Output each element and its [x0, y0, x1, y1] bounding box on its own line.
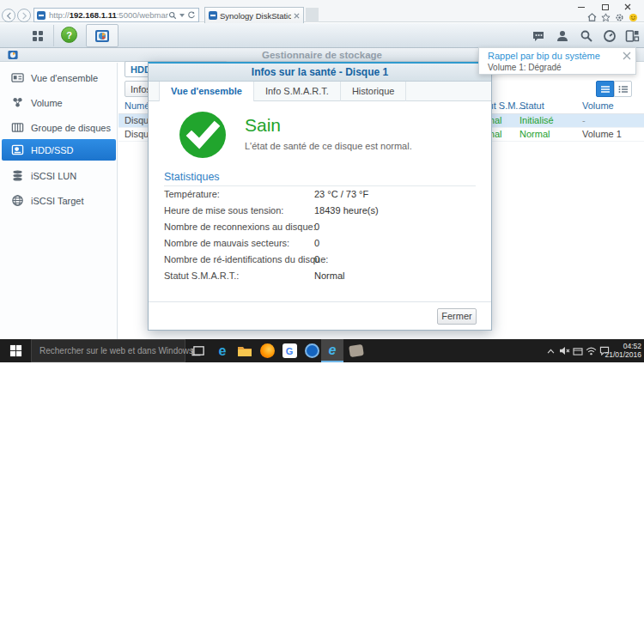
- main-menu-button[interactable]: [21, 25, 54, 46]
- browser-tab[interactable]: Synology DiskStation - Disk...: [204, 7, 304, 23]
- col-volume[interactable]: Volume: [582, 100, 614, 111]
- system-beep-notification[interactable]: Rappel par bip du système Volume 1: Dégr…: [478, 47, 636, 75]
- tray-volume-button[interactable]: [558, 345, 570, 356]
- tab-overview[interactable]: Vue d'ensemble: [159, 82, 254, 101]
- notification-title: Rappel par bip du système: [488, 51, 600, 61]
- internet-explorer-icon: e: [329, 343, 337, 357]
- firefox-icon: [260, 343, 275, 358]
- statistics-heading: Statistiques: [164, 171, 220, 183]
- stat-value: 0: [314, 238, 319, 248]
- widgets-button[interactable]: [624, 28, 640, 44]
- synology-favicon: [37, 11, 46, 20]
- screen: http://192.168.1.11:5000/webman/index.cg…: [0, 0, 644, 644]
- favorites-button[interactable]: [599, 12, 611, 22]
- health-status: Sain: [245, 115, 281, 136]
- stat-value: 23 °C / 73 °F: [314, 189, 368, 199]
- close-icon: [624, 3, 631, 10]
- notification-close-icon[interactable]: [623, 52, 631, 60]
- window-close-button[interactable]: [620, 2, 635, 12]
- disk-group-icon: [10, 121, 24, 135]
- taskbar-ie-button-active[interactable]: e: [321, 339, 343, 362]
- star-icon: [601, 13, 611, 22]
- home-button[interactable]: [586, 12, 598, 22]
- search-icon: [580, 29, 593, 43]
- tab-favicon: [209, 11, 217, 20]
- taskbar-edge-button[interactable]: e: [211, 339, 234, 362]
- sidebar-item-hdd-ssd[interactable]: HDD/SSD: [2, 139, 116, 161]
- person-icon: [556, 29, 569, 43]
- help-button[interactable]: ?: [61, 27, 77, 43]
- taskbar-explorer-button[interactable]: [234, 339, 256, 362]
- stat-label: Heure de mise sous tension:: [164, 205, 283, 216]
- chevron-up-icon: [547, 349, 555, 354]
- url-text: http://192.168.1.11:5000/webman/index.cg…: [49, 10, 168, 20]
- taskbar-app-gray-button[interactable]: [345, 339, 368, 362]
- window-maximize-button[interactable]: [598, 2, 613, 12]
- stat-value: 0: [314, 254, 319, 264]
- user-menu-button[interactable]: [555, 28, 570, 44]
- sidebar: Vue d'ensemble Volume Groupe de disques …: [0, 63, 118, 339]
- settings-button[interactable]: [613, 12, 625, 22]
- refresh-icon[interactable]: [187, 11, 196, 20]
- taskbar-chrome-button[interactable]: G: [278, 339, 301, 362]
- detail-view-toggle[interactable]: [614, 81, 632, 97]
- search-icon[interactable]: [168, 11, 177, 20]
- dialog-title[interactable]: Infos sur la santé - Disque 1: [149, 64, 491, 82]
- task-view-button[interactable]: [187, 339, 210, 362]
- address-bar[interactable]: http://192.168.1.11:5000/webman/index.cg…: [33, 8, 199, 22]
- tab-close-icon[interactable]: [294, 13, 300, 19]
- clock-time: 04:52: [592, 342, 641, 350]
- volume-icon: [10, 96, 24, 110]
- stat-label: Statut S.M.A.R.T.:: [164, 270, 239, 281]
- col-status[interactable]: Statut: [519, 100, 544, 111]
- chrome-icon: G: [283, 343, 297, 358]
- taskbar-firefox-button[interactable]: [256, 339, 278, 362]
- tab-title: Synology DiskStation - Disk...: [220, 11, 291, 21]
- dialog-tabs: Vue d'ensemble Info S.M.A.R.T. Historiqu…: [149, 82, 491, 101]
- close-dialog-button[interactable]: Fermer: [437, 308, 477, 325]
- taskbar-clock[interactable]: 04:52 21/01/2016: [592, 342, 641, 359]
- system-health-gauge-icon: [603, 29, 617, 43]
- smiley-icon: [629, 13, 638, 22]
- system-health-button[interactable]: [602, 28, 617, 44]
- tray-onedrive-button[interactable]: [572, 345, 584, 356]
- address-dropdown-icon[interactable]: [179, 14, 185, 17]
- storage-manager-taskbar-button[interactable]: [86, 24, 118, 47]
- back-arrow-icon: [5, 12, 13, 20]
- taskbar-search-box[interactable]: Rechercher sur le web et dans Windows: [31, 339, 185, 362]
- dsm-search-button[interactable]: [579, 28, 594, 44]
- clock-date: 21/01/2016: [592, 350, 641, 359]
- healthy-check-icon: [179, 111, 227, 159]
- home-icon: [587, 13, 597, 21]
- windows-logo-icon: [9, 344, 22, 357]
- browser-back-button[interactable]: [2, 9, 15, 22]
- stat-value: 18439 heure(s): [314, 205, 379, 216]
- feedback-button[interactable]: [627, 12, 639, 22]
- overview-icon: [10, 71, 24, 85]
- list-view-toggle[interactable]: [596, 81, 614, 97]
- sidebar-item-iscsi-target[interactable]: iSCSI Target: [2, 191, 116, 210]
- detail-view-icon: [618, 85, 629, 94]
- forward-arrow-icon: [21, 12, 28, 20]
- statistics-divider: [164, 185, 476, 186]
- tab-history[interactable]: Historique: [341, 82, 407, 101]
- tab-smart-info[interactable]: Info S.M.A.R.T.: [254, 82, 341, 101]
- tray-show-hidden-button[interactable]: [544, 345, 556, 356]
- sidebar-item-overview[interactable]: Vue d'ensemble: [2, 68, 116, 88]
- sidebar-item-disk-group[interactable]: Groupe de disques: [2, 118, 116, 137]
- sidebar-item-iscsi-lun[interactable]: iSCSI LUN: [2, 166, 116, 185]
- start-button[interactable]: [0, 339, 31, 362]
- chat-bubble-icon: [532, 29, 545, 43]
- storage-manager-icon: [94, 27, 111, 45]
- taskbar-app-blue-button[interactable]: [301, 339, 323, 362]
- sidebar-item-volume[interactable]: Volume: [2, 93, 116, 112]
- window-minimize-button[interactable]: [574, 2, 589, 12]
- health-info-dialog: Infos sur la santé - Disque 1 Vue d'ense…: [148, 62, 492, 331]
- blue-app-icon: [305, 343, 319, 358]
- storage-manager-window-icon: [7, 49, 19, 61]
- browser-forward-button[interactable]: [17, 9, 31, 22]
- iscsi-lun-icon: [10, 169, 24, 183]
- stat-value-smart-status: Normal: [314, 270, 344, 281]
- new-tab-button[interactable]: [306, 8, 319, 22]
- notifications-button[interactable]: [531, 28, 546, 44]
